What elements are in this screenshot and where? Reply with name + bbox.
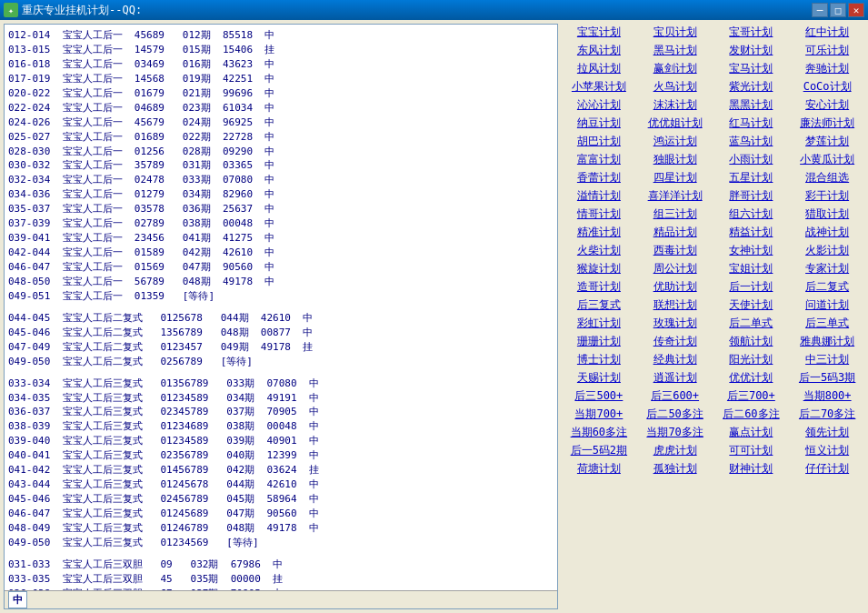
data-scroll-area[interactable]: 012-014 宝宝人工后一 45689 012期 85518 中013-015… [5,25,557,608]
plan-link[interactable]: 独眼计划 [638,151,713,168]
plan-link[interactable]: 可可计划 [714,442,789,459]
plan-link[interactable]: 混合组选 [790,169,864,186]
plan-link[interactable]: 荷塘计划 [562,460,636,477]
plan-link[interactable]: 拉风计划 [562,60,636,77]
plan-link[interactable]: 后二60多注 [714,406,789,423]
plan-link[interactable]: 后二复式 [790,278,864,296]
plan-link[interactable]: 西毒计划 [638,242,713,259]
plan-link[interactable]: 红马计划 [714,115,789,132]
plan-link[interactable]: 沫沫计划 [638,96,713,114]
plan-link[interactable]: 五星计划 [714,169,789,186]
plan-link[interactable]: 黑马计划 [638,42,713,59]
plan-link[interactable]: 雅典娜计划 [790,333,864,350]
plan-link[interactable]: 奔驰计划 [790,60,864,77]
plan-link[interactable]: 天使计划 [714,296,789,314]
plan-link[interactable]: 东风计划 [562,42,636,59]
plan-link[interactable]: 逍遥计划 [638,369,713,387]
plan-link[interactable]: 宝哥计划 [714,24,789,41]
plan-link[interactable]: 梦莲计划 [790,133,864,150]
plan-link[interactable]: 后一5码3期 [790,369,864,387]
plan-link[interactable]: 女神计划 [714,242,789,259]
plan-link[interactable]: 蓝鸟计划 [714,133,789,150]
plan-link[interactable]: 喜洋洋计划 [638,187,713,205]
plan-link[interactable]: 当期700+ [562,406,636,423]
plan-link[interactable]: 传奇计划 [638,333,713,350]
plan-link[interactable]: 领航计划 [714,333,789,350]
plan-link[interactable]: 问道计划 [790,296,864,314]
plan-link[interactable]: 发财计划 [714,42,789,59]
plan-link[interactable]: 廉法师计划 [790,115,864,132]
minimize-button[interactable]: ─ [812,3,828,17]
plan-link[interactable]: 后三复式 [562,296,636,314]
plan-link[interactable]: 胖哥计划 [714,187,789,205]
plan-link[interactable]: 后三600+ [638,387,713,405]
plan-link[interactable]: 小雨计划 [714,151,789,168]
plan-link[interactable]: 纳豆计划 [562,115,636,132]
plan-link[interactable]: 玫瑰计划 [638,315,713,332]
plan-link[interactable]: 溢情计划 [562,187,636,205]
maximize-button[interactable]: □ [830,3,846,17]
close-button[interactable]: ✕ [848,3,864,17]
plan-link[interactable]: 紫光计划 [714,78,789,95]
plan-link[interactable]: 当期70多注 [638,424,713,441]
plan-link[interactable]: 鸿运计划 [638,133,713,150]
plan-link[interactable]: 优优姐计划 [638,115,713,132]
plan-link[interactable]: 富富计划 [562,151,636,168]
plan-link[interactable]: 当期800+ [790,387,864,405]
plan-link[interactable]: CoCo计划 [790,78,864,95]
plan-link[interactable]: 仔仔计划 [790,460,864,477]
plan-link[interactable]: 联想计划 [638,296,713,314]
plan-link[interactable]: 宝宝计划 [562,24,636,41]
plan-link[interactable]: 宝马计划 [714,60,789,77]
plan-link[interactable]: 优优计划 [714,369,789,387]
plan-link[interactable]: 可乐计划 [790,42,864,59]
plan-link[interactable]: 周公计划 [638,260,713,277]
plan-link[interactable]: 后二50多注 [638,406,713,423]
plan-link[interactable]: 赢点计划 [714,424,789,441]
plan-link[interactable]: 火柴计划 [562,242,636,259]
plan-link[interactable]: 宝贝计划 [638,24,713,41]
plan-link[interactable]: 宝姐计划 [714,260,789,277]
plan-link[interactable]: 情哥计划 [562,206,636,223]
plan-link[interactable]: 后三500+ [562,387,636,405]
plan-link[interactable]: 后一5码2期 [562,442,636,459]
plan-link[interactable]: 精益计划 [714,224,789,241]
plan-link[interactable]: 财神计划 [714,460,789,477]
plan-link[interactable]: 博士计划 [562,351,636,368]
plan-link[interactable]: 火鸟计划 [638,78,713,95]
plan-link[interactable]: 猴旋计划 [562,260,636,277]
plan-link[interactable]: 精准计划 [562,224,636,241]
plan-link[interactable]: 组六计划 [714,206,789,223]
plan-link[interactable]: 彩虹计划 [562,315,636,332]
plan-link[interactable]: 后三单式 [790,315,864,332]
plan-link[interactable]: 组三计划 [638,206,713,223]
plan-link[interactable]: 优助计划 [638,278,713,296]
plan-link[interactable]: 虎虎计划 [638,442,713,459]
plan-link[interactable]: 造哥计划 [562,278,636,296]
plan-link[interactable]: 香蕾计划 [562,169,636,186]
plan-link[interactable]: 小黄瓜计划 [790,151,864,168]
plan-link[interactable]: 小苹果计划 [562,78,636,95]
plan-link[interactable]: 安心计划 [790,96,864,114]
plan-link[interactable]: 当期60多注 [562,424,636,441]
plan-link[interactable]: 战神计划 [790,224,864,241]
plan-link[interactable]: 红中计划 [790,24,864,41]
plan-link[interactable]: 后三700+ [714,387,789,405]
plan-link[interactable]: 珊珊计划 [562,333,636,350]
plan-link[interactable]: 专家计划 [790,260,864,277]
plan-link[interactable]: 天赐计划 [562,369,636,387]
plan-link[interactable]: 孤独计划 [638,460,713,477]
plan-link[interactable]: 猎取计划 [790,206,864,223]
plan-link[interactable]: 黑黑计划 [714,96,789,114]
plan-link[interactable]: 后二单式 [714,315,789,332]
plan-link[interactable]: 沁沁计划 [562,96,636,114]
plan-link[interactable]: 阳光计划 [714,351,789,368]
plan-link[interactable]: 火影计划 [790,242,864,259]
plan-link[interactable]: 经典计划 [638,351,713,368]
plan-link[interactable]: 胡巴计划 [562,133,636,150]
plan-link[interactable]: 精品计划 [638,224,713,241]
plan-link[interactable]: 赢剑计划 [638,60,713,77]
plan-link[interactable]: 四星计划 [638,169,713,186]
plan-link[interactable]: 中三计划 [790,351,864,368]
plan-link[interactable]: 恒义计划 [790,442,864,459]
